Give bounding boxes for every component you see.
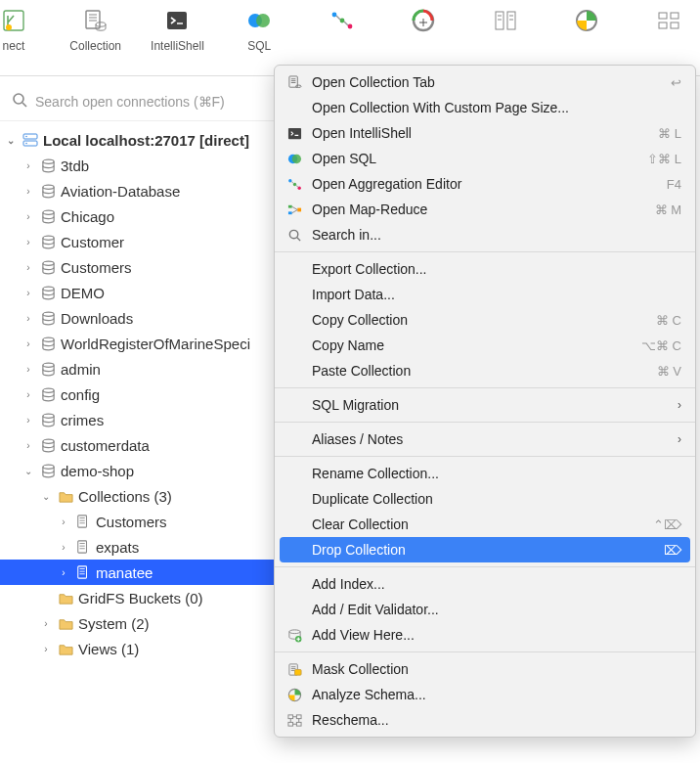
menu-item[interactable]: Aliases / Notes› (275, 426, 695, 452)
menu-item[interactable]: Open IntelliShell⌘ L (275, 120, 695, 146)
svg-point-43 (291, 154, 300, 162)
svg-rect-48 (287, 211, 291, 214)
chevron-right-icon: › (22, 262, 35, 273)
menu-item[interactable]: Import Data... (275, 282, 695, 307)
database-label: Downloads (61, 310, 133, 327)
database-node[interactable]: ›Customers (0, 254, 279, 280)
database-node-demo-shop[interactable]: ⌄ demo-shop (0, 458, 279, 483)
shortcut: ⌘ C (656, 313, 681, 328)
menu-item[interactable]: Export Collection... (275, 256, 695, 282)
toolbar-label: Collection (69, 39, 121, 53)
menu-item[interactable]: Copy Name⌥⌘ C (275, 333, 695, 358)
shortcut: ↩ (671, 75, 681, 90)
database-node[interactable]: ›Customer (0, 229, 279, 254)
blank-icon (284, 601, 304, 618)
toolbar-compare[interactable] (474, 6, 537, 39)
svg-rect-15 (671, 13, 678, 19)
menu-item[interactable]: Open Collection With Custom Page Size... (275, 95, 695, 120)
menu-item[interactable]: Mask Collection (275, 656, 695, 682)
addview-icon (284, 626, 304, 644)
menu-item[interactable]: Clear Collection⌃⌦ (275, 512, 695, 537)
toolbar-intellishell[interactable]: IntelliShell (147, 6, 209, 53)
database-icon (39, 233, 57, 250)
svg-point-18 (14, 94, 23, 104)
menu-item[interactable]: Open Map-Reduce⌘ M (275, 197, 695, 222)
database-node[interactable]: ›Chicago (0, 203, 279, 229)
system-folder[interactable]: › System (2) (0, 610, 279, 636)
database-node[interactable]: ›DEMO (0, 280, 279, 305)
toolbar-profile[interactable] (392, 6, 455, 39)
database-node[interactable]: ›config (0, 382, 279, 407)
menu-separator (275, 387, 695, 388)
database-node[interactable]: ›WorldRegisterOfMarineSpeci (0, 331, 279, 356)
database-node[interactable]: ›customerdata (0, 432, 279, 458)
shortcut: ⇧⌘ L (647, 152, 681, 166)
menu-item[interactable]: Duplicate Collection (275, 486, 695, 512)
reschema-icon (284, 711, 304, 729)
collection-node[interactable]: ›expats (0, 534, 279, 560)
toolbar-collection[interactable]: Collection (65, 6, 127, 53)
database-node[interactable]: ›crimes (0, 407, 279, 432)
toolbar-schema[interactable] (555, 6, 618, 39)
collection-doc-icon (74, 538, 92, 556)
menu-item[interactable]: Add / Edit Validator... (275, 597, 695, 622)
toolbar-sql[interactable]: SQL (228, 6, 290, 53)
svg-rect-38 (78, 566, 87, 578)
menu-item[interactable]: Drop Collection⌦ (280, 537, 690, 562)
menu-label: Rename Collection... (312, 466, 681, 481)
svg-point-35 (42, 465, 53, 469)
menu-separator (275, 251, 695, 252)
shortcut: F4 (667, 177, 681, 192)
toolbar-reschema[interactable] (637, 6, 700, 39)
menu-label: Add / Edit Validator... (312, 602, 681, 617)
svg-rect-49 (297, 207, 301, 211)
svg-rect-41 (287, 127, 300, 138)
search-icon (12, 92, 27, 111)
database-label: config (61, 386, 100, 403)
database-node[interactable]: ›3tdb (0, 153, 279, 178)
chevron-right-icon: › (678, 398, 681, 412)
shortcut: ⌘ M (655, 202, 681, 217)
database-node[interactable]: ›Aviation-Database (0, 178, 279, 203)
toolbar-connect[interactable]: nect (0, 6, 45, 53)
server-icon (22, 131, 39, 149)
toolbar-aggregation[interactable] (310, 6, 372, 39)
svg-point-3 (96, 22, 106, 26)
menu-item[interactable]: Paste Collection⌘ V (275, 358, 695, 383)
search-input[interactable]: Search open connections (⌘F) (0, 86, 279, 116)
chevron-right-icon: › (22, 237, 35, 247)
menu-label: Open SQL (312, 151, 639, 166)
svg-point-6 (256, 14, 270, 27)
menu-item[interactable]: Open SQL⇧⌘ L (275, 146, 695, 171)
menu-item[interactable]: Reschema... (275, 707, 695, 733)
database-node[interactable]: ›Downloads (0, 305, 279, 331)
menu-label: Copy Name (312, 337, 634, 353)
menu-label: Export Collection... (312, 261, 681, 277)
menu-label: Open Aggregation Editor (312, 176, 659, 192)
menu-item[interactable]: Search in... (275, 222, 695, 247)
svg-rect-4 (167, 12, 187, 29)
collection-node[interactable]: ›Customers (0, 509, 279, 534)
views-folder[interactable]: › Views (1) (0, 636, 279, 661)
chevron-right-icon: › (22, 338, 35, 349)
toolbar-label: nect (3, 39, 25, 53)
menu-item[interactable]: Add Index... (275, 571, 695, 597)
chevron-right-icon: › (22, 364, 35, 375)
chevron-down-icon: ⌄ (22, 466, 35, 476)
gridfs-folder[interactable]: GridFS Buckets (0) (0, 585, 279, 610)
menu-item[interactable]: Analyze Schema... (275, 682, 695, 707)
database-node[interactable]: ›admin (0, 356, 279, 382)
collection-node[interactable]: ›manatee (0, 560, 279, 585)
menu-item[interactable]: Open Collection Tab↩ (275, 69, 695, 95)
menu-label: Open Collection With Custom Page Size... (312, 100, 681, 115)
connection-node[interactable]: ⌄ Local localhost:27017 [direct] (0, 127, 279, 153)
database-label: Customers (61, 259, 132, 276)
schema-icon (284, 686, 304, 703)
collections-folder[interactable]: ⌄ Collections (3) (0, 483, 279, 509)
menu-item[interactable]: Copy Collection⌘ C (275, 307, 695, 333)
menu-item[interactable]: SQL Migration› (275, 392, 695, 418)
menu-item[interactable]: Rename Collection... (275, 461, 695, 486)
menu-item[interactable]: Open Aggregation EditorF4 (275, 171, 695, 197)
database-label: demo-shop (61, 463, 134, 479)
menu-item[interactable]: Add View Here... (275, 622, 695, 648)
